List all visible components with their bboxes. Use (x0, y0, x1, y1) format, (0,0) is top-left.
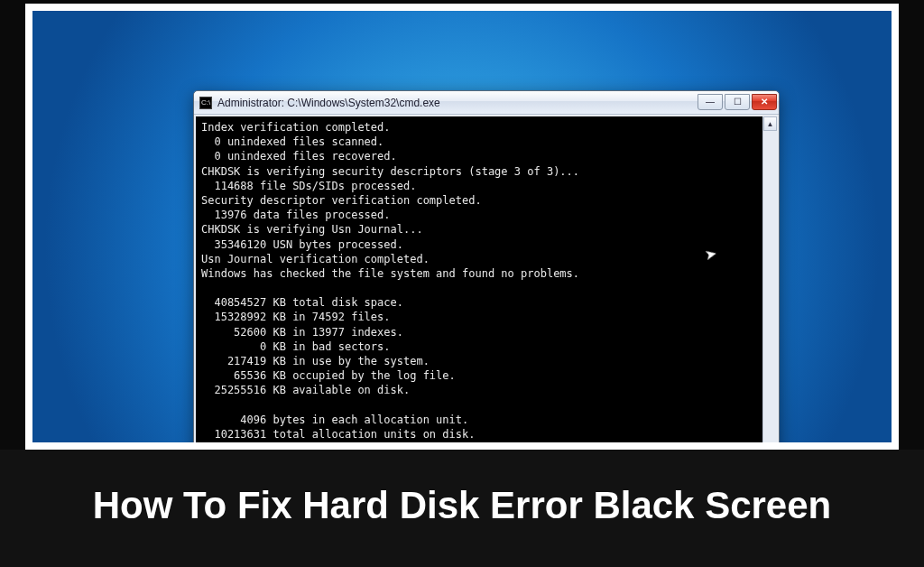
maximize-button[interactable]: ☐ (725, 94, 750, 110)
vertical-scrollbar[interactable]: ▲ ▼ (762, 116, 777, 442)
cmd-window: C:\ Administrator: C:\Windows\System32\c… (193, 90, 780, 442)
screenshot-frame: C:\ Administrator: C:\Windows\System32\c… (25, 4, 899, 450)
window-buttons: — ☐ ✕ (698, 95, 777, 111)
close-button[interactable]: ✕ (752, 94, 777, 110)
terminal-output[interactable]: Index verification completed. 0 unindexe… (196, 116, 762, 442)
cmd-icon: C:\ (199, 97, 212, 109)
caption-text: How To Fix Hard Disk Error Black Screen (93, 483, 832, 528)
scroll-up-button[interactable]: ▲ (763, 116, 777, 131)
scroll-track[interactable] (763, 131, 777, 442)
terminal-client-area: Index verification completed. 0 unindexe… (194, 115, 779, 442)
caption-bar: How To Fix Hard Disk Error Black Screen (0, 450, 924, 567)
windows-desktop: C:\ Administrator: C:\Windows\System32\c… (32, 11, 892, 442)
titlebar[interactable]: C:\ Administrator: C:\Windows\System32\c… (194, 91, 779, 115)
window-title: Administrator: C:\Windows\System32\cmd.e… (217, 97, 698, 109)
minimize-button[interactable]: — (698, 94, 723, 110)
